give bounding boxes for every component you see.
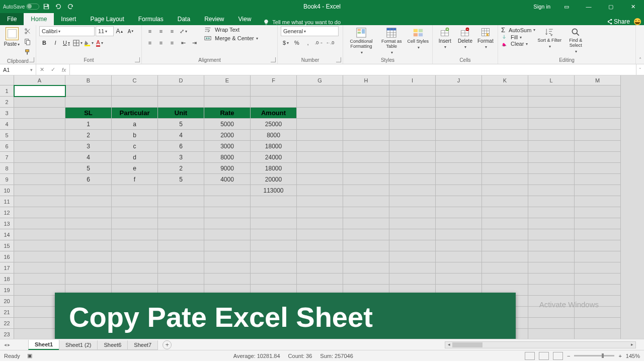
cell[interactable]: Particular <box>112 108 158 119</box>
conditional-formatting-button[interactable]: Conditional Formatting <box>346 26 376 56</box>
cell[interactable] <box>482 262 528 274</box>
cell[interactable] <box>251 251 297 262</box>
font-family-combo[interactable]: Calibri <box>39 26 95 36</box>
cell[interactable] <box>436 207 482 218</box>
cell[interactable]: 8000 <box>204 152 251 163</box>
page-layout-view-icon[interactable] <box>539 352 549 360</box>
row-header[interactable]: 16 <box>0 251 14 262</box>
cell[interactable] <box>528 97 575 108</box>
cell[interactable] <box>297 196 343 207</box>
cell[interactable] <box>436 85 482 97</box>
cell[interactable] <box>575 119 621 130</box>
cell[interactable] <box>482 251 528 262</box>
column-header[interactable]: A <box>14 75 65 85</box>
cell[interactable] <box>14 229 65 240</box>
cell[interactable] <box>482 97 528 108</box>
cell[interactable] <box>575 229 621 240</box>
cell[interactable] <box>65 229 112 240</box>
cell[interactable]: Rate <box>204 108 251 119</box>
cell[interactable] <box>528 307 575 318</box>
cell[interactable] <box>297 97 343 108</box>
cell[interactable] <box>482 229 528 240</box>
cell[interactable] <box>65 262 112 274</box>
cell[interactable] <box>482 163 528 174</box>
column-header[interactable]: M <box>575 75 621 85</box>
column-header[interactable]: C <box>112 75 158 85</box>
column-header[interactable]: E <box>204 75 251 85</box>
cell[interactable] <box>158 240 204 251</box>
cell[interactable]: 3 <box>65 141 112 152</box>
cell[interactable] <box>575 97 621 108</box>
tab-home[interactable]: Home <box>24 13 54 25</box>
cell[interactable] <box>14 274 65 285</box>
cell[interactable] <box>65 251 112 262</box>
cell[interactable] <box>528 329 575 339</box>
cell[interactable] <box>14 207 65 218</box>
add-sheet-button[interactable]: + <box>163 340 172 349</box>
cell[interactable] <box>436 174 482 185</box>
cell[interactable] <box>343 141 389 152</box>
font-color-icon[interactable]: A <box>95 38 105 48</box>
cell[interactable] <box>528 108 575 119</box>
percent-format-icon[interactable]: % <box>292 38 302 48</box>
row-header[interactable]: 15 <box>0 240 14 251</box>
row-header[interactable]: 12 <box>0 207 14 218</box>
cell[interactable] <box>482 274 528 285</box>
cell[interactable] <box>575 152 621 163</box>
cell[interactable] <box>389 174 436 185</box>
cell[interactable] <box>575 141 621 152</box>
expand-formula-bar-icon[interactable]: ˅ <box>636 64 644 75</box>
orientation-icon[interactable]: ⤢ <box>178 26 188 36</box>
cell[interactable] <box>112 196 158 207</box>
select-all-corner[interactable] <box>0 75 14 85</box>
cell[interactable] <box>482 196 528 207</box>
fill-button[interactable]: Fill <box>501 34 535 40</box>
cell[interactable] <box>343 152 389 163</box>
cell[interactable] <box>436 218 482 229</box>
cell[interactable] <box>575 318 621 329</box>
cell[interactable] <box>297 163 343 174</box>
cell[interactable] <box>528 251 575 262</box>
clipboard-dialog-icon[interactable] <box>29 57 34 62</box>
row-header[interactable]: 9 <box>0 174 14 185</box>
row-header[interactable]: 4 <box>0 119 14 130</box>
column-header[interactable]: H <box>343 75 389 85</box>
autosum-button[interactable]: Σ AutoSum <box>501 26 535 34</box>
row-header[interactable]: 5 <box>0 130 14 141</box>
cell[interactable]: 4000 <box>204 174 251 185</box>
cell[interactable] <box>575 163 621 174</box>
cell[interactable] <box>204 196 251 207</box>
cell[interactable] <box>297 130 343 141</box>
cell[interactable] <box>343 174 389 185</box>
cell[interactable] <box>158 85 204 97</box>
cell[interactable] <box>343 163 389 174</box>
sheet-tab[interactable]: Sheet6 <box>97 340 128 350</box>
cell[interactable] <box>158 207 204 218</box>
cell[interactable] <box>204 229 251 240</box>
cell[interactable] <box>251 97 297 108</box>
cell[interactable] <box>297 108 343 119</box>
autosave-toggle[interactable]: AutoSave <box>3 4 39 10</box>
cell[interactable] <box>204 262 251 274</box>
cell[interactable] <box>343 251 389 262</box>
cell[interactable] <box>14 240 65 251</box>
close-icon[interactable]: ✕ <box>622 0 644 13</box>
cell[interactable]: 3000 <box>204 141 251 152</box>
paste-button[interactable]: Paste <box>3 26 21 48</box>
row-header[interactable]: 20 <box>0 296 14 307</box>
cell[interactable] <box>112 97 158 108</box>
cell[interactable] <box>251 196 297 207</box>
cell[interactable] <box>575 240 621 251</box>
cell[interactable] <box>343 274 389 285</box>
align-center-icon[interactable]: ≡ <box>156 38 166 48</box>
cell[interactable]: d <box>112 152 158 163</box>
cell[interactable] <box>436 274 482 285</box>
cell[interactable] <box>389 240 436 251</box>
cell[interactable] <box>482 119 528 130</box>
cell[interactable] <box>14 262 65 274</box>
cell[interactable] <box>528 262 575 274</box>
cell[interactable] <box>112 262 158 274</box>
cell[interactable] <box>297 207 343 218</box>
cell[interactable] <box>482 108 528 119</box>
cell[interactable] <box>436 251 482 262</box>
